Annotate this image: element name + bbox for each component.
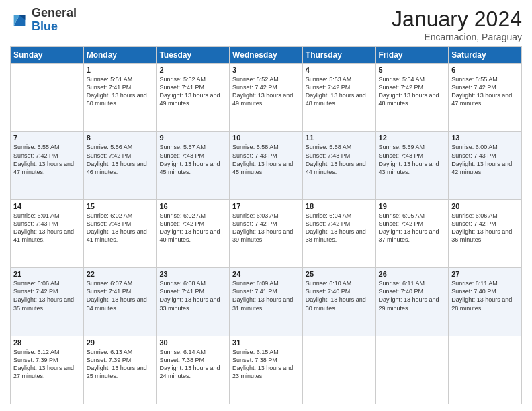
header: General Blue January 2024 Encarnacion, P… <box>10 7 522 42</box>
week-row-4: 21Sunrise: 6:06 AMSunset: 7:42 PMDayligh… <box>11 268 522 336</box>
day-info: Sunrise: 6:10 AMSunset: 7:40 PMDaylight:… <box>306 279 373 312</box>
logo-text: General Blue <box>32 7 77 34</box>
week-row-2: 7Sunrise: 5:55 AMSunset: 7:42 PMDaylight… <box>11 132 522 199</box>
calendar-cell: 12Sunrise: 5:59 AMSunset: 7:43 PMDayligh… <box>375 132 449 199</box>
day-number: 29 <box>87 338 154 347</box>
calendar-cell: 31Sunrise: 6:15 AMSunset: 7:38 PMDayligh… <box>230 336 303 404</box>
calendar-cell: 4Sunrise: 5:53 AMSunset: 7:42 PMDaylight… <box>302 64 375 132</box>
day-number: 3 <box>232 66 300 74</box>
calendar-cell: 22Sunrise: 6:07 AMSunset: 7:41 PMDayligh… <box>83 268 157 336</box>
calendar-cell: 1Sunrise: 5:51 AMSunset: 7:41 PMDaylight… <box>83 64 157 132</box>
day-info: Sunrise: 6:14 AMSunset: 7:38 PMDaylight:… <box>159 348 226 381</box>
day-number: 22 <box>87 270 154 278</box>
day-number: 21 <box>13 270 81 278</box>
day-number: 23 <box>159 270 226 278</box>
day-info: Sunrise: 6:09 AMSunset: 7:41 PMDaylight:… <box>232 279 300 312</box>
calendar-cell: 10Sunrise: 5:58 AMSunset: 7:43 PMDayligh… <box>230 132 303 199</box>
day-number: 5 <box>379 66 446 74</box>
calendar-cell: 29Sunrise: 6:13 AMSunset: 7:39 PMDayligh… <box>83 336 157 404</box>
day-number: 15 <box>87 202 154 210</box>
day-info: Sunrise: 5:53 AMSunset: 7:42 PMDaylight:… <box>306 75 373 108</box>
day-number: 17 <box>232 202 300 210</box>
calendar-cell: 19Sunrise: 6:05 AMSunset: 7:42 PMDayligh… <box>375 199 449 267</box>
day-info: Sunrise: 6:01 AMSunset: 7:43 PMDaylight:… <box>13 212 81 244</box>
day-number: 24 <box>232 270 300 278</box>
calendar-cell: 20Sunrise: 6:06 AMSunset: 7:42 PMDayligh… <box>449 199 522 267</box>
calendar-cell: 21Sunrise: 6:06 AMSunset: 7:42 PMDayligh… <box>11 268 84 336</box>
day-info: Sunrise: 6:07 AMSunset: 7:41 PMDaylight:… <box>87 279 154 312</box>
day-number: 9 <box>159 134 226 142</box>
logo-blue: Blue <box>32 20 77 34</box>
day-number: 11 <box>306 134 373 142</box>
col-wednesday: Wednesday <box>230 47 303 64</box>
day-number: 25 <box>306 270 373 278</box>
day-info: Sunrise: 6:06 AMSunset: 7:42 PMDaylight:… <box>13 279 81 312</box>
col-monday: Monday <box>83 47 157 64</box>
day-number: 14 <box>13 202 81 210</box>
week-row-1: 1Sunrise: 5:51 AMSunset: 7:41 PMDaylight… <box>11 64 522 132</box>
day-number: 19 <box>379 202 446 210</box>
day-info: Sunrise: 5:58 AMSunset: 7:43 PMDaylight:… <box>306 143 373 176</box>
day-info: Sunrise: 6:05 AMSunset: 7:42 PMDaylight:… <box>379 212 446 244</box>
day-info: Sunrise: 5:55 AMSunset: 7:42 PMDaylight:… <box>451 75 519 108</box>
day-number: 12 <box>379 134 446 142</box>
col-saturday: Saturday <box>449 47 522 64</box>
month-title: January 2024 <box>392 7 522 32</box>
calendar-cell: 5Sunrise: 5:54 AMSunset: 7:42 PMDaylight… <box>375 64 449 132</box>
location-title: Encarnacion, Paraguay <box>392 32 522 42</box>
calendar-cell: 26Sunrise: 6:11 AMSunset: 7:40 PMDayligh… <box>375 268 449 336</box>
week-row-3: 14Sunrise: 6:01 AMSunset: 7:43 PMDayligh… <box>11 199 522 267</box>
day-number: 16 <box>159 202 226 210</box>
day-info: Sunrise: 6:11 AMSunset: 7:40 PMDaylight:… <box>451 279 519 312</box>
day-number: 8 <box>87 134 154 142</box>
calendar-cell: 6Sunrise: 5:55 AMSunset: 7:42 PMDaylight… <box>449 64 522 132</box>
calendar-cell: 11Sunrise: 5:58 AMSunset: 7:43 PMDayligh… <box>302 132 375 199</box>
day-number: 28 <box>13 338 81 347</box>
day-number: 13 <box>451 134 519 142</box>
day-info: Sunrise: 5:57 AMSunset: 7:43 PMDaylight:… <box>159 143 226 176</box>
logo-general: General <box>32 7 77 20</box>
calendar-cell: 28Sunrise: 6:12 AMSunset: 7:39 PMDayligh… <box>11 336 84 404</box>
calendar-cell: 2Sunrise: 5:52 AMSunset: 7:41 PMDaylight… <box>157 64 230 132</box>
day-number: 4 <box>306 66 373 74</box>
day-info: Sunrise: 6:02 AMSunset: 7:42 PMDaylight:… <box>159 212 226 244</box>
day-info: Sunrise: 5:58 AMSunset: 7:43 PMDaylight:… <box>232 143 300 176</box>
day-number: 27 <box>451 270 519 278</box>
day-number: 26 <box>379 270 446 278</box>
calendar-cell: 15Sunrise: 6:02 AMSunset: 7:43 PMDayligh… <box>83 199 157 267</box>
calendar-cell: 9Sunrise: 5:57 AMSunset: 7:43 PMDaylight… <box>157 132 230 199</box>
day-info: Sunrise: 6:12 AMSunset: 7:39 PMDaylight:… <box>13 348 81 381</box>
day-number: 2 <box>159 66 226 74</box>
col-thursday: Thursday <box>302 47 375 64</box>
day-number: 30 <box>159 338 226 347</box>
day-number: 6 <box>451 66 519 74</box>
calendar-cell: 8Sunrise: 5:56 AMSunset: 7:42 PMDaylight… <box>83 132 157 199</box>
calendar-table: Sunday Monday Tuesday Wednesday Thursday… <box>10 46 522 404</box>
day-number: 18 <box>306 202 373 210</box>
day-info: Sunrise: 5:59 AMSunset: 7:43 PMDaylight:… <box>379 143 446 176</box>
day-info: Sunrise: 5:52 AMSunset: 7:41 PMDaylight:… <box>159 75 226 108</box>
day-info: Sunrise: 5:52 AMSunset: 7:42 PMDaylight:… <box>232 75 300 108</box>
page: General Blue January 2024 Encarnacion, P… <box>0 0 532 411</box>
calendar-cell: 27Sunrise: 6:11 AMSunset: 7:40 PMDayligh… <box>449 268 522 336</box>
calendar-cell <box>375 336 449 404</box>
day-info: Sunrise: 6:08 AMSunset: 7:41 PMDaylight:… <box>159 279 226 312</box>
day-number: 10 <box>232 134 300 142</box>
calendar-cell: 14Sunrise: 6:01 AMSunset: 7:43 PMDayligh… <box>11 199 84 267</box>
day-info: Sunrise: 6:00 AMSunset: 7:43 PMDaylight:… <box>451 143 519 176</box>
calendar-cell <box>11 64 84 132</box>
calendar-cell: 30Sunrise: 6:14 AMSunset: 7:38 PMDayligh… <box>157 336 230 404</box>
header-row: Sunday Monday Tuesday Wednesday Thursday… <box>11 47 522 64</box>
day-number: 1 <box>87 66 154 74</box>
calendar-cell: 25Sunrise: 6:10 AMSunset: 7:40 PMDayligh… <box>302 268 375 336</box>
calendar-cell: 16Sunrise: 6:02 AMSunset: 7:42 PMDayligh… <box>157 199 230 267</box>
day-info: Sunrise: 5:51 AMSunset: 7:41 PMDaylight:… <box>87 75 154 108</box>
day-info: Sunrise: 6:11 AMSunset: 7:40 PMDaylight:… <box>379 279 446 312</box>
calendar-cell: 24Sunrise: 6:09 AMSunset: 7:41 PMDayligh… <box>230 268 303 336</box>
day-info: Sunrise: 6:15 AMSunset: 7:38 PMDaylight:… <box>232 348 300 381</box>
calendar-cell: 7Sunrise: 5:55 AMSunset: 7:42 PMDaylight… <box>11 132 84 199</box>
logo: General Blue <box>10 7 77 34</box>
day-info: Sunrise: 5:56 AMSunset: 7:42 PMDaylight:… <box>87 143 154 176</box>
week-row-5: 28Sunrise: 6:12 AMSunset: 7:39 PMDayligh… <box>11 336 522 404</box>
col-tuesday: Tuesday <box>157 47 230 64</box>
